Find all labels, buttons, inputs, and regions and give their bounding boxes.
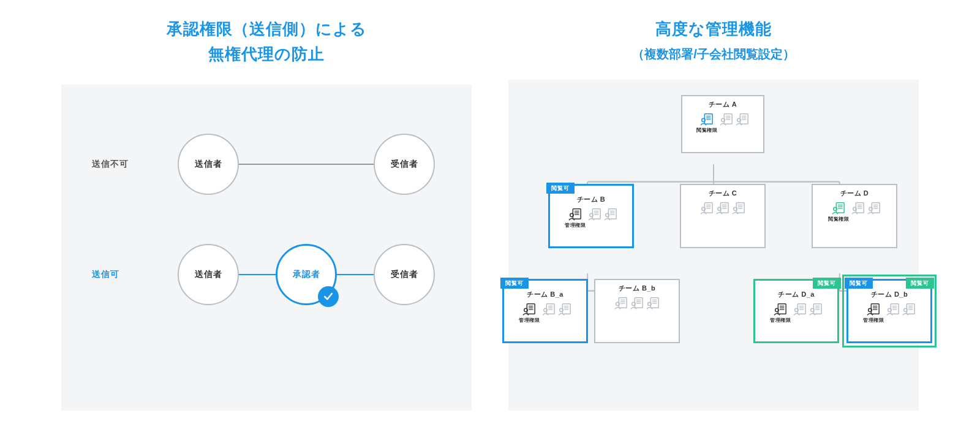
team-a-role: 閲覧権限 — [696, 127, 717, 134]
node-approver: 承認者 — [276, 244, 337, 305]
left-title-line2: 無権代理の防止 — [61, 44, 472, 65]
left-panel: 承認権限（送信側）による 無権代理の防止 送信不可 送信者 受信者 送信可 送信… — [61, 18, 472, 411]
right-canvas: チーム A 閲覧権限 閲覧可 チーム B — [508, 80, 919, 411]
edge-2a — [239, 274, 276, 275]
doc-user-icon — [700, 202, 714, 215]
team-c: チーム C — [680, 184, 766, 248]
team-b-a-role: 管理権限 — [519, 317, 540, 324]
node-receiver-1: 受信者 — [374, 134, 435, 195]
team-d-b: 閲覧可 閲覧可 チーム D_b 管理権限 — [846, 279, 932, 343]
team-d-name: チーム D — [840, 189, 869, 198]
doc-user-icon — [902, 303, 916, 316]
team-d-b-role: 管理権限 — [863, 317, 884, 324]
row-label-allowed: 送信可 — [92, 269, 153, 280]
doc-user-icon — [604, 208, 617, 221]
team-c-name: チーム C — [709, 189, 737, 198]
right-title: 高度な管理機能 — [508, 18, 919, 40]
doc-user-icon — [832, 202, 845, 215]
team-d-a-role: 管理権限 — [770, 317, 791, 324]
doc-user-icon — [774, 303, 787, 316]
doc-user-icon — [732, 202, 745, 215]
doc-user-icon — [851, 202, 865, 215]
team-b-b-name: チーム B_b — [619, 284, 655, 293]
team-b-a-name: チーム B_a — [527, 290, 564, 299]
team-b-name: チーム B — [577, 195, 606, 204]
team-b: 閲覧可 チーム B 管理権限 — [548, 184, 634, 248]
right-subtitle: （複数部署/子会社閲覧設定） — [508, 46, 919, 63]
team-d: チーム D 閲覧権限 — [812, 184, 897, 248]
node-sender-1: 送信者 — [178, 134, 239, 195]
team-b-a: 閲覧可 チーム B_a 管理権限 — [502, 279, 588, 343]
doc-user-icon — [568, 208, 582, 221]
edge-2b — [337, 274, 374, 275]
left-title: 承認権限（送信側）による 無権代理の防止 — [61, 18, 472, 65]
team-b-b: チーム B_b — [594, 279, 680, 343]
doc-user-icon — [867, 202, 881, 215]
doc-user-icon — [716, 202, 729, 215]
doc-user-icon — [720, 113, 733, 126]
team-d-b-name: チーム D_b — [871, 290, 908, 299]
left-canvas: 送信不可 送信者 受信者 送信可 送信者 承認者 受信者 — [61, 85, 472, 411]
doc-user-icon — [522, 303, 536, 316]
doc-user-icon — [646, 297, 660, 310]
node-receiver-2: 受信者 — [374, 244, 435, 305]
doc-user-icon — [793, 303, 807, 316]
check-icon — [318, 286, 339, 307]
flow-row-allowed: 送信可 送信者 承認者 受信者 — [92, 244, 435, 305]
flow-row-not-allowed: 送信不可 送信者 受信者 — [92, 134, 435, 195]
doc-user-icon — [886, 303, 900, 316]
doc-user-icon — [867, 303, 880, 316]
team-d-role: 閲覧権限 — [828, 216, 849, 222]
team-d-a: 閲覧可 チーム D_a 管理権限 — [753, 279, 839, 343]
doc-user-icon — [588, 208, 601, 221]
doc-user-icon — [809, 303, 823, 316]
team-a-name: チーム A — [709, 100, 737, 109]
doc-user-icon — [700, 113, 714, 126]
doc-user-icon — [542, 303, 556, 316]
doc-user-icon — [558, 303, 571, 316]
team-b-role: 管理権限 — [565, 222, 586, 229]
right-panel: 高度な管理機能 （複数部署/子会社閲覧設定） — [508, 18, 919, 411]
team-a: チーム A 閲覧権限 — [681, 95, 764, 153]
edge-1 — [239, 164, 374, 165]
row-label-not-allowed: 送信不可 — [92, 159, 153, 170]
doc-user-icon — [736, 113, 749, 126]
doc-user-icon — [630, 297, 644, 310]
team-d-a-name: チーム D_a — [778, 290, 815, 299]
node-sender-2: 送信者 — [178, 244, 239, 305]
left-title-line1: 承認権限（送信側）による — [167, 20, 367, 38]
doc-user-icon — [614, 297, 628, 310]
